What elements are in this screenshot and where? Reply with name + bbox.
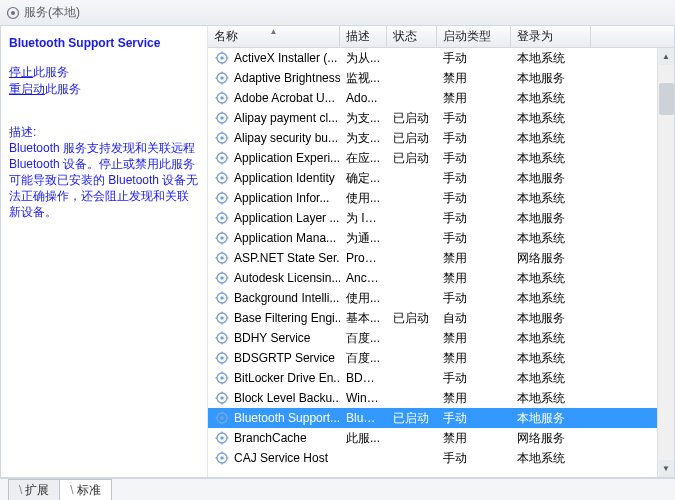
svg-point-93 — [220, 356, 224, 360]
cell-name: Application Identity — [234, 171, 335, 185]
table-row[interactable]: Bluetooth Support...Bluet...已启动手动本地服务 — [208, 408, 674, 428]
cell-desc: BDES... — [340, 371, 387, 385]
svg-point-45 — [220, 196, 224, 200]
service-gear-icon — [214, 210, 230, 226]
restart-link[interactable]: 重启动 — [9, 82, 45, 96]
cell-start: 手动 — [437, 150, 511, 167]
svg-point-57 — [220, 236, 224, 240]
view-tabs: \扩展 \标准 — [0, 478, 675, 500]
table-row[interactable]: Autodesk Licensin...Anch...禁用本地系统 — [208, 268, 674, 288]
service-gear-icon — [214, 350, 230, 366]
cell-desc: Anch... — [340, 271, 387, 285]
cell-start: 手动 — [437, 110, 511, 127]
cell-desc: 为支... — [340, 110, 387, 127]
service-gear-icon — [214, 290, 230, 306]
service-gear-icon — [214, 330, 230, 346]
column-status[interactable]: 状态 — [387, 26, 437, 47]
cell-logon: 本地系统 — [511, 130, 591, 147]
table-row[interactable]: Base Filtering Engi...基本...已启动自动本地服务 — [208, 308, 674, 328]
service-gear-icon — [214, 450, 230, 466]
cell-logon: 网络服务 — [511, 250, 591, 267]
cell-start: 手动 — [437, 370, 511, 387]
cell-logon: 本地系统 — [511, 190, 591, 207]
detail-action-stop[interactable]: 停止此服务 — [9, 64, 199, 81]
table-row[interactable]: BitLocker Drive En...BDES...手动本地系统 — [208, 368, 674, 388]
cell-start: 手动 — [437, 450, 511, 467]
svg-point-117 — [220, 436, 224, 440]
cell-name: Bluetooth Support... — [234, 411, 340, 425]
cell-name: Alipay security bu... — [234, 131, 338, 145]
tab-standard[interactable]: \标准 — [59, 479, 111, 500]
cell-start: 禁用 — [437, 430, 511, 447]
service-gear-icon — [214, 370, 230, 386]
scroll-thumb[interactable] — [659, 83, 674, 115]
detail-service-name: Bluetooth Support Service — [9, 36, 199, 50]
cell-status: 已启动 — [387, 110, 437, 127]
cell-start: 禁用 — [437, 70, 511, 87]
table-row[interactable]: ActiveX Installer (...为从...手动本地系统 — [208, 48, 674, 68]
svg-point-75 — [220, 296, 224, 300]
table-row[interactable]: Adaptive Brightness监视...禁用本地服务 — [208, 68, 674, 88]
cell-desc: 为支... — [340, 130, 387, 147]
cell-desc: 确定... — [340, 170, 387, 187]
service-list[interactable]: ActiveX Installer (...为从...手动本地系统Adaptiv… — [208, 48, 674, 477]
cell-logon: 本地系统 — [511, 270, 591, 287]
tab-extended[interactable]: \扩展 — [8, 479, 60, 500]
svg-point-105 — [220, 396, 224, 400]
cell-status: 已启动 — [387, 150, 437, 167]
cell-name: Application Infor... — [234, 191, 329, 205]
table-row[interactable]: Application Mana...为通...手动本地系统 — [208, 228, 674, 248]
service-gear-icon — [214, 70, 230, 86]
cell-logon: 本地系统 — [511, 230, 591, 247]
table-row[interactable]: Background Intelli...使用...手动本地系统 — [208, 288, 674, 308]
cell-name: Block Level Backu... — [234, 391, 340, 405]
cell-logon: 网络服务 — [511, 430, 591, 447]
cell-start: 禁用 — [437, 270, 511, 287]
detail-action-restart[interactable]: 重启动此服务 — [9, 81, 199, 98]
cell-logon: 本地服务 — [511, 70, 591, 87]
table-row[interactable]: Application Layer ...为 In...手动本地服务 — [208, 208, 674, 228]
column-name[interactable]: ▲ 名称 — [208, 26, 340, 47]
table-row[interactable]: ASP.NET State Ser...Provi...禁用网络服务 — [208, 248, 674, 268]
service-gear-icon — [214, 50, 230, 66]
stop-link[interactable]: 停止 — [9, 65, 33, 79]
cell-start: 禁用 — [437, 330, 511, 347]
table-row[interactable]: Application Infor...使用...手动本地系统 — [208, 188, 674, 208]
cell-name: BitLocker Drive En... — [234, 371, 340, 385]
svg-point-99 — [220, 376, 224, 380]
table-row[interactable]: Block Level Backu...Wind...禁用本地系统 — [208, 388, 674, 408]
column-logon[interactable]: 登录为 — [511, 26, 591, 47]
table-row[interactable]: Application Identity确定...手动本地服务 — [208, 168, 674, 188]
scroll-track[interactable] — [659, 65, 674, 460]
cell-logon: 本地系统 — [511, 370, 591, 387]
scroll-down-button[interactable]: ▼ — [659, 460, 674, 477]
cell-logon: 本地服务 — [511, 210, 591, 227]
column-desc[interactable]: 描述 — [340, 26, 387, 47]
cell-desc: 此服... — [340, 430, 387, 447]
cell-start: 禁用 — [437, 250, 511, 267]
cell-start: 禁用 — [437, 390, 511, 407]
detail-desc-label: 描述: — [9, 124, 199, 140]
cell-name: Adobe Acrobat U... — [234, 91, 335, 105]
column-start[interactable]: 启动类型 — [437, 26, 511, 47]
table-row[interactable]: Alipay payment cl...为支...已启动手动本地系统 — [208, 108, 674, 128]
table-row[interactable]: CAJ Service Host手动本地系统 — [208, 448, 674, 468]
vertical-scrollbar[interactable]: ▲ ▼ — [657, 48, 674, 477]
table-row[interactable]: Adobe Acrobat U...Ado...禁用本地系统 — [208, 88, 674, 108]
cell-start: 禁用 — [437, 350, 511, 367]
cell-name: Background Intelli... — [234, 291, 339, 305]
cell-desc: Wind... — [340, 391, 387, 405]
cell-desc: 为通... — [340, 230, 387, 247]
table-row[interactable]: BranchCache此服...禁用网络服务 — [208, 428, 674, 448]
table-row[interactable]: Alipay security bu...为支...已启动手动本地系统 — [208, 128, 674, 148]
svg-point-111 — [220, 416, 224, 420]
table-row[interactable]: BDHY Service百度...禁用本地系统 — [208, 328, 674, 348]
cell-name: Autodesk Licensin... — [234, 271, 340, 285]
scroll-up-button[interactable]: ▲ — [659, 48, 674, 65]
table-row[interactable]: Application Experi...在应...已启动手动本地系统 — [208, 148, 674, 168]
cell-desc: 为从... — [340, 50, 387, 67]
svg-point-33 — [220, 156, 224, 160]
panel-title: 服务(本地) — [24, 4, 80, 21]
table-row[interactable]: BDSGRTP Service百度...禁用本地系统 — [208, 348, 674, 368]
service-gear-icon — [214, 150, 230, 166]
